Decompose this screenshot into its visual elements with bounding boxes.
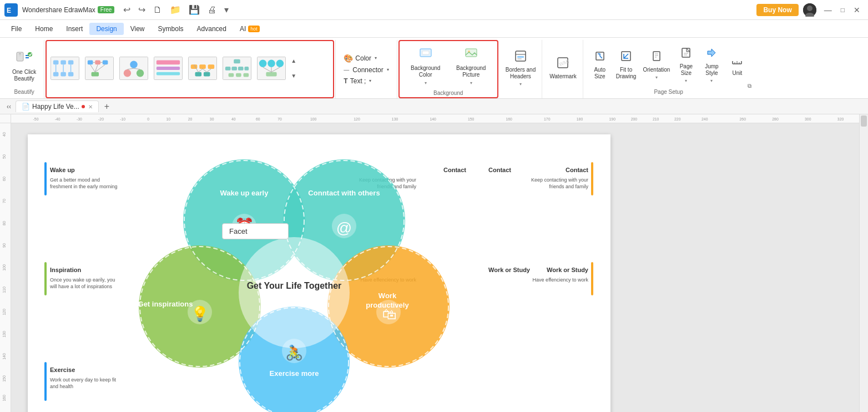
- themes-section-label: [49, 94, 331, 96]
- menu-design[interactable]: Design: [89, 23, 123, 35]
- one-click-beautify-button[interactable]: One ClickBeautify: [9, 46, 39, 84]
- svg-text:-50: -50: [33, 117, 39, 120]
- svg-text:🛍: 🛍: [382, 306, 397, 323]
- right-scrollbar[interactable]: [859, 114, 868, 412]
- fit-to-drawing-icon: [620, 50, 632, 65]
- open-button[interactable]: 📁: [168, 3, 183, 16]
- svg-text:140: 140: [2, 353, 6, 360]
- background-color-icon: [419, 47, 432, 63]
- maximize-button[interactable]: □: [837, 6, 848, 14]
- svg-rect-18: [68, 72, 74, 76]
- tab-add-button[interactable]: +: [101, 101, 113, 113]
- new-button[interactable]: 🗋: [151, 4, 164, 16]
- facet-dropdown[interactable]: Facet: [222, 223, 289, 239]
- svg-text:@: @: [336, 219, 352, 237]
- redo-button[interactable]: ↪: [136, 3, 148, 16]
- svg-text:300: 300: [805, 117, 811, 120]
- menu-view[interactable]: View: [124, 23, 152, 35]
- unit-label: Unit: [732, 70, 742, 77]
- canvas-area[interactable]: Facet Wake up Get a better mood and fres…: [11, 123, 859, 412]
- app-logo: E: [4, 3, 18, 17]
- borders-headers-chevron: ▾: [519, 82, 522, 87]
- menu-ai[interactable]: AI hot: [233, 23, 266, 35]
- connector-button[interactable]: — Connector ▾: [340, 65, 392, 75]
- svg-text:30: 30: [210, 117, 214, 120]
- user-avatar[interactable]: [803, 3, 816, 17]
- page-setup-expand-icon[interactable]: ⧉: [748, 83, 751, 89]
- menu-bar: File Home Insert Design View Symbols Adv…: [0, 20, 868, 38]
- color-button[interactable]: 🎨 Color ▾: [340, 53, 392, 64]
- theme-item-5[interactable]: [186, 55, 219, 82]
- theme-item-4[interactable]: [152, 55, 184, 82]
- text-chevron: ▾: [369, 78, 371, 83]
- more-button[interactable]: ▾: [222, 3, 231, 16]
- unit-icon: [731, 53, 743, 68]
- svg-text:150: 150: [468, 117, 475, 120]
- theme-scroll-up[interactable]: ▲: [290, 57, 297, 65]
- svg-rect-137: [44, 262, 47, 295]
- horizontal-ruler: -50-40-30 -20-100 102030 406070 10012013…: [11, 114, 859, 123]
- svg-text:140: 140: [430, 117, 436, 120]
- fit-to-drawing-button[interactable]: Fit toDrawing: [613, 48, 639, 82]
- text-icon: T: [344, 77, 347, 85]
- svg-text:280: 280: [772, 117, 779, 120]
- background-picture-icon: [465, 47, 478, 63]
- svg-text:-30: -30: [77, 117, 82, 120]
- buy-now-button[interactable]: Buy Now: [756, 4, 798, 16]
- borders-headers-button[interactable]: Borders andHeaders ▾: [503, 48, 538, 88]
- theme-scroll-down[interactable]: ▼: [290, 72, 297, 80]
- close-button[interactable]: ✕: [850, 6, 864, 14]
- page-size-button[interactable]: PageSize ▾: [674, 45, 698, 85]
- minimize-button[interactable]: —: [821, 6, 835, 14]
- theme-item-6[interactable]: [221, 55, 253, 82]
- tab-nav-left[interactable]: ‹‹: [4, 102, 13, 112]
- svg-rect-67: [422, 51, 429, 54]
- theme-preview-5: [188, 57, 217, 80]
- svg-text:-10: -10: [120, 117, 125, 120]
- menu-symbols[interactable]: Symbols: [152, 23, 190, 35]
- svg-text:Inspiration: Inspiration: [50, 267, 82, 273]
- svg-text:220: 220: [674, 117, 681, 120]
- svg-text:170: 170: [544, 117, 551, 120]
- menu-advanced[interactable]: Advanced: [190, 23, 233, 35]
- tab-modified-dot: [82, 105, 85, 108]
- svg-rect-17: [61, 72, 67, 76]
- undo-button[interactable]: ↩: [121, 3, 133, 16]
- jump-style-button[interactable]: JumpStyle ▾: [699, 45, 724, 85]
- jump-style-chevron: ▾: [710, 78, 713, 83]
- svg-rect-52: [232, 67, 238, 71]
- unit-button[interactable]: Unit: [725, 52, 749, 78]
- page-size-label: PageSize: [680, 63, 693, 77]
- menu-home[interactable]: Home: [28, 23, 59, 35]
- save-button[interactable]: 💾: [186, 3, 202, 16]
- print-button[interactable]: 🖨: [205, 4, 219, 16]
- orientation-button[interactable]: Orientation ▾: [640, 48, 673, 82]
- text-button[interactable]: T Text ; ▾: [340, 76, 392, 86]
- background-picture-label: BackgroundPicture: [456, 65, 486, 78]
- menu-file[interactable]: File: [4, 23, 28, 35]
- theme-item-1[interactable]: [49, 55, 81, 82]
- svg-point-32: [137, 69, 144, 76]
- watermark-button[interactable]: WMK Watermark: [547, 55, 579, 82]
- svg-rect-62: [266, 72, 277, 76]
- theme-item-3[interactable]: [118, 55, 150, 82]
- fit-to-drawing-label: Fit toDrawing: [616, 67, 637, 80]
- svg-text:110: 110: [2, 287, 6, 293]
- color-icon: 🎨: [344, 54, 353, 63]
- tab-happy-life[interactable]: 📄 Happy Life Ve... ✕: [16, 101, 99, 112]
- tab-close-button[interactable]: ✕: [88, 104, 93, 110]
- svg-text:70: 70: [2, 199, 6, 203]
- background-color-button[interactable]: BackgroundColor ▾: [404, 44, 447, 88]
- theme-item-2[interactable]: [83, 55, 115, 82]
- background-picture-button[interactable]: BackgroundPicture ▾: [450, 44, 493, 88]
- svg-point-30: [130, 61, 138, 68]
- svg-rect-38: [157, 72, 180, 75]
- theme-preview-1: [51, 57, 79, 80]
- page-size-chevron: ▾: [685, 78, 687, 83]
- theme-item-7[interactable]: [255, 55, 287, 82]
- svg-text:will have a lot of inspiration: will have a lot of inspirations: [49, 284, 113, 289]
- auto-size-button[interactable]: AutoSize: [588, 48, 612, 82]
- menu-insert[interactable]: Insert: [59, 23, 89, 35]
- theme-preview-6: [223, 57, 251, 80]
- svg-text:60: 60: [256, 117, 260, 120]
